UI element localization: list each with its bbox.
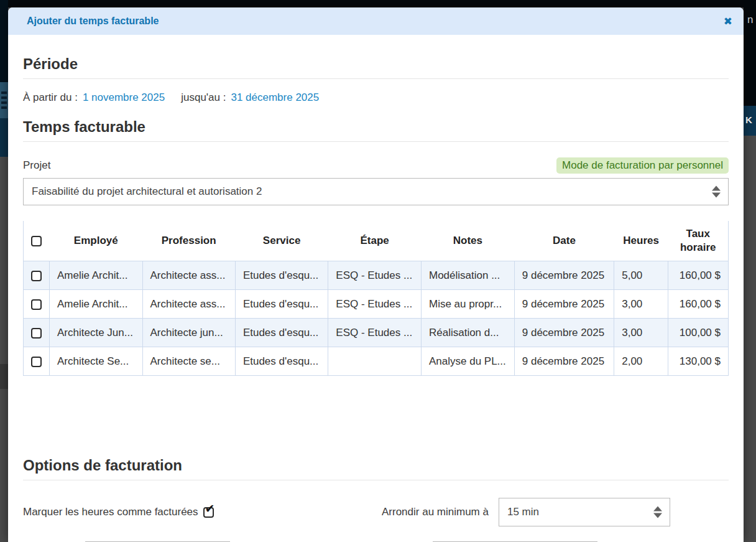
- cell-stage: ESQ - Etudes ...: [328, 261, 422, 290]
- billable-time-table: Employé Profession Service Étape Notes D…: [23, 221, 729, 376]
- column-header-service: Service: [235, 221, 328, 261]
- close-icon[interactable]: ✖: [724, 16, 732, 27]
- add-billable-time-modal: Ajouter du temps facturable ✖ Période À …: [8, 7, 744, 542]
- backdrop-left-sidebar-top: [0, 0, 8, 82]
- cell-service: Etudes d'esqu...: [235, 347, 328, 376]
- from-date-link[interactable]: 1 novembre 2025: [83, 91, 165, 104]
- cell-employee: Amelie Archit...: [50, 261, 143, 290]
- row-checkbox[interactable]: [31, 299, 42, 310]
- row-checkbox[interactable]: [31, 271, 42, 281]
- cell-date: 9 décembre 2025: [514, 261, 614, 290]
- project-select[interactable]: Faisabilité du projet architectural et a…: [23, 178, 729, 205]
- cell-employee: Architecte Se...: [50, 347, 143, 376]
- row-checkbox[interactable]: [31, 328, 42, 339]
- cell-notes: Réalisation d...: [421, 319, 514, 347]
- table-row: Amelie Archit... Architecte ass... Etude…: [24, 290, 729, 319]
- column-header-hours: Heures: [614, 221, 668, 261]
- cell-date: 9 décembre 2025: [514, 290, 614, 319]
- select-arrows-icon: [653, 507, 662, 518]
- to-label: jusqu'au :: [181, 91, 226, 104]
- cell-hours: 3,00: [614, 319, 668, 347]
- mark-billed-checkbox[interactable]: ✔: [203, 507, 214, 518]
- cell-date: 9 décembre 2025: [514, 319, 614, 347]
- round-select-value: 15 min: [507, 506, 539, 518]
- column-header-notes: Notes: [421, 221, 514, 261]
- cell-stage: ESQ - Etudes ...: [328, 319, 422, 347]
- cell-rate: 160,00 $: [668, 290, 729, 319]
- cell-employee: Amelie Archit...: [50, 290, 143, 319]
- billing-mode-badge: Mode de facturation par personnel: [556, 157, 729, 174]
- modal-header: Ajouter du temps facturable ✖: [8, 7, 744, 35]
- cell-profession: Architecte jun...: [142, 319, 235, 347]
- cell-stage: ESQ - Etudes ...: [328, 290, 422, 319]
- project-row: Projet Mode de facturation par personnel: [23, 157, 729, 174]
- column-header-rate: Taux horaire: [668, 221, 729, 261]
- select-arrows-icon: [712, 186, 721, 198]
- cell-rate: 100,00 $: [668, 319, 729, 347]
- column-header-date: Date: [514, 221, 614, 261]
- from-label: À partir du :: [23, 91, 78, 104]
- table-row: Architecte Se... Architecte se... Etudes…: [24, 347, 729, 376]
- cell-hours: 5,00: [614, 261, 668, 290]
- cell-service: Etudes d'esqu...: [235, 290, 328, 319]
- check-icon: ✔: [205, 503, 215, 515]
- cell-hours: 3,00: [614, 290, 668, 319]
- to-date-link[interactable]: 31 décembre 2025: [231, 91, 319, 104]
- cell-profession: Architecte se...: [142, 347, 235, 376]
- menu-icon: [0, 82, 8, 118]
- cell-notes: Analyse du PL...: [421, 347, 514, 376]
- cell-notes: Modélisation ...: [421, 261, 514, 290]
- column-header-employee: Employé: [50, 221, 143, 261]
- cell-date: 9 décembre 2025: [514, 347, 614, 376]
- cell-rate: 130,00 $: [668, 347, 729, 376]
- round-label: Arrondir au minimum à: [382, 506, 489, 518]
- cell-profession: Architecte ass...: [142, 290, 235, 319]
- column-header-profession: Profession: [142, 221, 235, 261]
- period-range: À partir du : 1 novembre 2025 jusqu'au :…: [23, 91, 729, 104]
- table-header-row: Employé Profession Service Étape Notes D…: [24, 221, 729, 261]
- project-label: Projet: [23, 159, 50, 172]
- table-row: Architecte Jun... Architecte jun... Etud…: [24, 319, 729, 347]
- cell-employee: Architecte Jun...: [50, 319, 143, 347]
- backdrop-left-scrollbar-thumb: [0, 364, 8, 389]
- cell-stage: [328, 347, 422, 376]
- cell-rate: 160,00 $: [668, 261, 729, 290]
- select-all-checkbox[interactable]: [31, 236, 42, 246]
- cell-service: Etudes d'esqu...: [235, 319, 328, 347]
- backdrop-partial-text-top: n: [747, 14, 753, 26]
- backdrop-right-strip-top: n: [744, 0, 756, 106]
- billable-time-heading: Temps facturable: [23, 118, 729, 142]
- table-row: Amelie Archit... Architecte ass... Etude…: [24, 261, 729, 290]
- backdrop-right-strip-navy: K: [744, 106, 756, 136]
- cell-service: Etudes d'esqu...: [235, 261, 328, 290]
- backdrop-top-strip: [0, 0, 756, 7]
- mark-billed-label: Marquer les heures comme facturées: [23, 506, 198, 518]
- cell-notes: Mise au propr...: [421, 290, 514, 319]
- period-heading: Période: [23, 55, 729, 79]
- round-select[interactable]: 15 min: [499, 498, 670, 526]
- billing-options-heading: Options de facturation: [23, 457, 729, 480]
- backdrop-left-sidebar-navy: [0, 118, 8, 157]
- project-select-value: Faisabilité du projet architectural et a…: [32, 185, 262, 198]
- column-header-stage: Étape: [328, 221, 422, 261]
- cell-hours: 2,00: [614, 347, 668, 376]
- backdrop-partial-text-mid: K: [745, 114, 752, 125]
- row-checkbox[interactable]: [31, 357, 42, 367]
- cell-profession: Architecte ass...: [142, 261, 235, 290]
- modal-title: Ajouter du temps facturable: [27, 16, 159, 27]
